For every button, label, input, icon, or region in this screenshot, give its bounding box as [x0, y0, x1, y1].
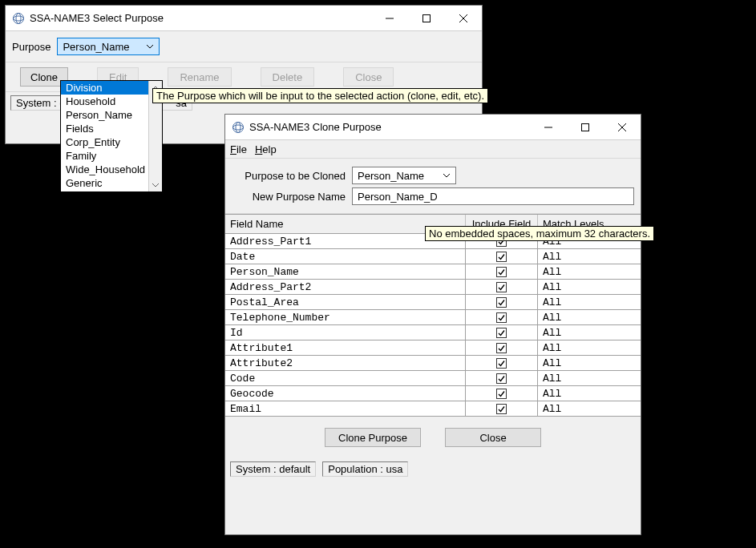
purpose-row: Purpose Person_Name — [6, 31, 482, 62]
cell-field-name: Email — [225, 401, 466, 416]
clone-purpose-button[interactable]: Clone Purpose — [325, 428, 421, 447]
close-button[interactable] — [445, 6, 482, 31]
close-dialog-button[interactable]: Close — [445, 428, 541, 447]
cell-include[interactable] — [466, 280, 538, 294]
status-system: System : default — [230, 461, 316, 477]
cell-field-name: Code — [225, 371, 466, 385]
purpose-combo[interactable]: Person_Name — [57, 38, 160, 55]
cell-match-levels[interactable]: All — [538, 386, 641, 401]
cell-match-levels[interactable]: All — [538, 371, 641, 385]
include-checkbox[interactable] — [496, 267, 507, 277]
cell-match-levels[interactable]: All — [538, 310, 641, 324]
table-row: CodeAll — [225, 371, 641, 386]
cell-include[interactable] — [466, 386, 538, 401]
table-row: IdAll — [225, 325, 641, 340]
svg-point-0 — [14, 13, 24, 23]
maximize-button[interactable] — [567, 115, 604, 140]
cell-field-name: Attribute1 — [225, 340, 466, 355]
svg-point-8 — [233, 125, 244, 130]
cell-include[interactable] — [466, 295, 538, 309]
dropdown-item[interactable]: Family — [61, 149, 162, 163]
close-button[interactable] — [604, 115, 641, 140]
include-checkbox[interactable] — [496, 297, 507, 308]
cell-include[interactable] — [466, 356, 538, 370]
cell-match-levels[interactable]: All — [538, 280, 641, 294]
chevron-down-icon — [441, 172, 452, 179]
include-checkbox[interactable] — [496, 343, 507, 353]
purpose-dropdown-list[interactable]: DivisionHouseholdPerson_NameFieldsCorp_E… — [60, 80, 163, 192]
minimize-button[interactable] — [371, 6, 408, 31]
include-checkbox[interactable] — [496, 358, 507, 369]
dropdown-item[interactable]: Person_Name — [61, 108, 162, 122]
table-row: DateAll — [225, 249, 641, 264]
dropdown-item[interactable]: Fields — [61, 122, 162, 135]
table-row: Person_NameAll — [225, 264, 641, 280]
cell-match-levels[interactable]: All — [538, 356, 641, 370]
cell-include[interactable] — [466, 325, 538, 340]
dialog-button-row: Clone Purpose Close — [225, 417, 641, 458]
app-icon — [232, 121, 245, 134]
cell-include[interactable] — [466, 249, 538, 264]
table-row: Attribute1All — [225, 340, 641, 356]
maximize-button[interactable] — [408, 6, 445, 31]
include-checkbox[interactable] — [496, 282, 507, 292]
combo-purpose-to-clone[interactable]: Person_Name — [352, 167, 456, 184]
cell-field-name: Person_Name — [225, 264, 466, 279]
cell-include[interactable] — [466, 371, 538, 385]
dropdown-item[interactable]: Division — [61, 81, 162, 95]
input-new-purpose-name[interactable]: Person_Name_D — [352, 187, 634, 205]
status-population: Population : usa — [322, 461, 408, 477]
titlebar[interactable]: SSA-NAME3 Select Purpose — [6, 6, 482, 31]
cell-field-name: Attribute2 — [225, 356, 466, 370]
cell-include[interactable] — [466, 401, 538, 416]
label-purpose-to-clone: Purpose to be Cloned — [232, 170, 352, 182]
chevron-down-icon — [144, 43, 156, 50]
table-row: Telephone_NumberAll — [225, 310, 641, 325]
include-checkbox[interactable] — [496, 312, 507, 323]
cell-field-name: Postal_Area — [225, 295, 466, 309]
include-checkbox[interactable] — [496, 404, 507, 414]
cell-match-levels[interactable]: All — [538, 325, 641, 340]
cell-include[interactable] — [466, 310, 538, 324]
fields-table: Field Name Include Field Match Levels Ad… — [225, 214, 641, 417]
include-checkbox[interactable] — [496, 328, 507, 338]
cell-match-levels[interactable]: All — [538, 295, 641, 309]
menu-help[interactable]: Help — [255, 143, 277, 155]
minimize-button[interactable] — [530, 115, 567, 140]
table-row: Postal_AreaAll — [225, 295, 641, 310]
window-title: SSA-NAME3 Select Purpose — [30, 12, 371, 24]
cell-field-name: Id — [225, 325, 466, 340]
cell-field-name: Geocode — [225, 386, 466, 401]
cell-include[interactable] — [466, 340, 538, 355]
rename-button[interactable]: Rename — [168, 67, 231, 87]
cell-match-levels[interactable]: All — [538, 264, 641, 279]
dropdown-item[interactable]: Wide_Household — [61, 163, 162, 176]
status-bar: System : default Population : usa — [225, 458, 641, 480]
include-checkbox[interactable] — [496, 373, 507, 384]
dropdown-item[interactable]: Corp_Entity — [61, 135, 162, 149]
delete-button[interactable]: Delete — [261, 67, 315, 87]
table-row: Attribute2All — [225, 356, 641, 371]
input-new-purpose-name-value: Person_Name_D — [358, 191, 438, 203]
svg-point-2 — [16, 13, 21, 23]
table-row: Address_Part2All — [225, 280, 641, 295]
table-row: EmailAll — [225, 401, 641, 417]
dropdown-item[interactable]: Generic — [61, 176, 162, 190]
dropdown-item[interactable]: Household — [61, 95, 162, 108]
cell-field-name: Date — [225, 249, 466, 264]
cell-match-levels[interactable]: All — [538, 249, 641, 264]
combo-purpose-to-clone-value: Person_Name — [358, 170, 441, 182]
cell-include[interactable] — [466, 264, 538, 279]
cell-field-name: Address_Part2 — [225, 280, 466, 294]
purpose-tooltip: The Purpose which will be input to the s… — [152, 88, 488, 103]
scroll-down-icon[interactable] — [152, 178, 159, 191]
cell-match-levels[interactable]: All — [538, 401, 641, 416]
include-checkbox[interactable] — [496, 389, 507, 399]
include-checkbox[interactable] — [496, 252, 507, 262]
cell-field-name: Telephone_Number — [225, 310, 466, 324]
cell-match-levels[interactable]: All — [538, 340, 641, 355]
titlebar[interactable]: SSA-NAME3 Clone Purpose — [225, 115, 641, 140]
app-icon — [12, 12, 25, 25]
close-action-button[interactable]: Close — [343, 67, 394, 87]
menu-file[interactable]: File — [230, 143, 247, 155]
